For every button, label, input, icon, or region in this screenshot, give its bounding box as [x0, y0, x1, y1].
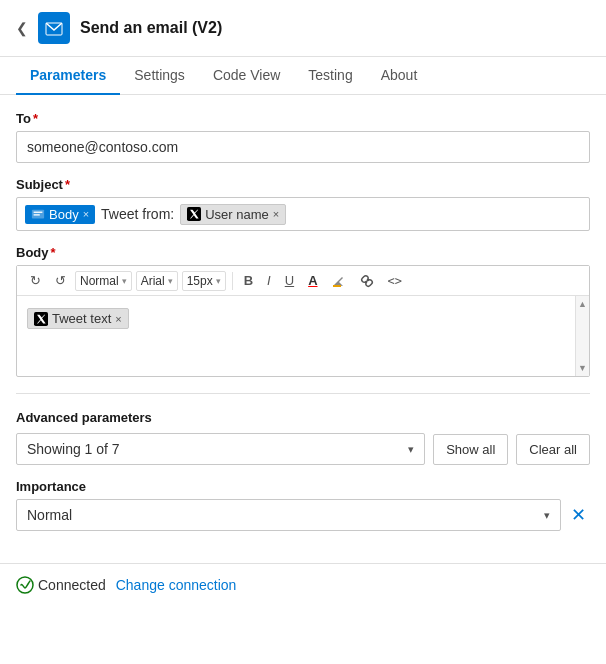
- body-label: Body*: [16, 245, 590, 260]
- font-chevron: ▾: [168, 276, 173, 286]
- link-button[interactable]: [355, 271, 379, 291]
- format-select[interactable]: Normal ▾: [75, 271, 132, 291]
- redo-button[interactable]: ↺: [50, 270, 71, 291]
- action-icon: [38, 12, 70, 44]
- tweet-text-tag-close[interactable]: ×: [115, 313, 121, 325]
- importance-section: Importance Normal ▾ ✕: [16, 479, 590, 531]
- tab-parameters[interactable]: Parameters: [16, 57, 120, 95]
- importance-dropdown[interactable]: Normal ▾: [16, 499, 561, 531]
- svg-point-7: [17, 577, 33, 593]
- page-title: Send an email (V2): [80, 19, 222, 37]
- importance-value: Normal: [27, 507, 72, 523]
- code-button[interactable]: <>: [383, 271, 407, 291]
- body-tag-close[interactable]: ×: [83, 208, 89, 220]
- separator-1: [232, 272, 233, 290]
- subject-field-group: Subject* Body × Tweet from:: [16, 177, 590, 231]
- size-chevron: ▾: [216, 276, 221, 286]
- content-area: To* Subject* Body × Tweet from:: [0, 95, 606, 547]
- change-connection-link[interactable]: Change connection: [116, 577, 237, 593]
- rte-toolbar: ↻ ↺ Normal ▾ Arial ▾ 15px ▾ B I U: [17, 266, 589, 296]
- advanced-section: Advanced parameters Showing 1 of 7 ▾ Sho…: [16, 410, 590, 465]
- x-twitter-icon-tag: [187, 207, 201, 221]
- advanced-row: Showing 1 of 7 ▾ Show all Clear all: [16, 433, 590, 465]
- to-input[interactable]: [16, 131, 590, 163]
- body-field-group: Body* ↻ ↺ Normal ▾ Arial ▾ 15px ▾: [16, 245, 590, 377]
- link-icon: [360, 274, 374, 288]
- subject-label: Subject*: [16, 177, 590, 192]
- importance-clear-button[interactable]: ✕: [567, 502, 590, 528]
- email-icon: [44, 18, 64, 38]
- header: ❮ Send an email (V2): [0, 0, 606, 57]
- tab-about[interactable]: About: [367, 57, 432, 95]
- clear-all-button[interactable]: Clear all: [516, 434, 590, 465]
- body-rte: ↻ ↺ Normal ▾ Arial ▾ 15px ▾ B I U: [16, 265, 590, 377]
- x-twitter-body-icon: [34, 312, 48, 326]
- underline-button[interactable]: U: [280, 270, 299, 291]
- to-label: To*: [16, 111, 590, 126]
- highlight-icon: [332, 274, 346, 288]
- body-tag-icon: [31, 207, 45, 221]
- advanced-dropdown[interactable]: Showing 1 of 7 ▾: [16, 433, 425, 465]
- importance-label: Importance: [16, 479, 590, 494]
- format-chevron: ▾: [122, 276, 127, 286]
- importance-chevron: ▾: [544, 509, 550, 522]
- svg-rect-1: [32, 210, 44, 219]
- tab-testing[interactable]: Testing: [294, 57, 366, 95]
- rte-scrollbar[interactable]: ▲ ▼: [575, 296, 589, 376]
- connected-label: Connected: [38, 577, 106, 593]
- body-tweet-text-tag[interactable]: Tweet text ×: [27, 308, 129, 329]
- rte-body[interactable]: Tweet text × ▲ ▼: [17, 296, 589, 376]
- scroll-up-btn[interactable]: ▲: [575, 296, 590, 312]
- subject-tag-username[interactable]: User name ×: [180, 204, 286, 225]
- tab-codeview[interactable]: Code View: [199, 57, 294, 95]
- tab-settings[interactable]: Settings: [120, 57, 199, 95]
- highlight-button[interactable]: [327, 271, 351, 291]
- show-all-button[interactable]: Show all: [433, 434, 508, 465]
- size-select[interactable]: 15px ▾: [182, 271, 226, 291]
- bold-button[interactable]: B: [239, 270, 258, 291]
- back-arrow[interactable]: ❮: [16, 20, 28, 36]
- footer: Connected Change connection: [0, 563, 606, 606]
- divider-1: [16, 393, 590, 394]
- connected-status: Connected: [16, 576, 106, 594]
- undo-button[interactable]: ↻: [25, 270, 46, 291]
- advanced-label: Advanced parameters: [16, 410, 590, 425]
- to-field-group: To*: [16, 111, 590, 163]
- connected-icon: [16, 576, 34, 594]
- color-button[interactable]: A: [303, 270, 322, 291]
- tabs-bar: Parameters Settings Code View Testing Ab…: [0, 57, 606, 95]
- subject-tweet-from-text: Tweet from:: [101, 206, 174, 222]
- svg-rect-5: [333, 285, 341, 287]
- italic-button[interactable]: I: [262, 270, 276, 291]
- advanced-dropdown-value: Showing 1 of 7: [27, 441, 120, 457]
- advanced-dropdown-chevron: ▾: [408, 443, 414, 456]
- importance-row: Normal ▾ ✕: [16, 499, 590, 531]
- scroll-down-btn[interactable]: ▼: [575, 360, 590, 376]
- subject-tag-body[interactable]: Body ×: [25, 205, 95, 224]
- subject-tag-input[interactable]: Body × Tweet from: User name ×: [16, 197, 590, 231]
- username-tag-close[interactable]: ×: [273, 208, 279, 220]
- font-select[interactable]: Arial ▾: [136, 271, 178, 291]
